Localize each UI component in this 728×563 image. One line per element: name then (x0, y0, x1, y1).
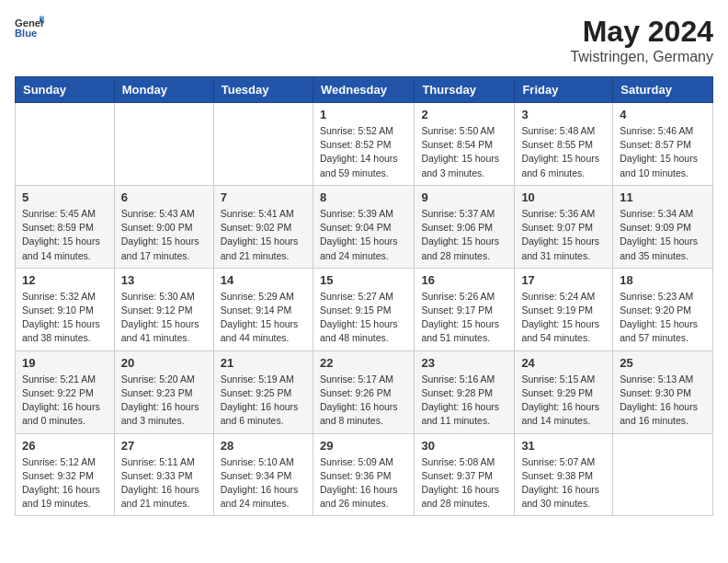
day-cell-11: 11Sunrise: 5:34 AM Sunset: 9:09 PM Dayli… (613, 185, 713, 268)
day-info: Sunrise: 5:17 AM Sunset: 9:26 PM Dayligh… (320, 373, 407, 429)
day-number: 26 (22, 439, 108, 453)
weekday-header-wednesday: Wednesday (313, 77, 414, 103)
day-info: Sunrise: 5:32 AM Sunset: 9:10 PM Dayligh… (22, 290, 108, 346)
day-number: 22 (320, 356, 407, 370)
day-cell-18: 18Sunrise: 5:23 AM Sunset: 9:20 PM Dayli… (613, 268, 713, 350)
day-number: 11 (620, 190, 706, 204)
week-row-3: 12Sunrise: 5:32 AM Sunset: 9:10 PM Dayli… (16, 268, 713, 350)
day-info: Sunrise: 5:20 AM Sunset: 9:23 PM Dayligh… (121, 373, 207, 429)
day-number: 4 (620, 108, 706, 121)
empty-cell (16, 103, 115, 186)
day-info: Sunrise: 5:09 AM Sunset: 9:36 PM Dayligh… (320, 455, 407, 511)
weekday-header-monday: Monday (114, 77, 213, 103)
day-cell-12: 12Sunrise: 5:32 AM Sunset: 9:10 PM Dayli… (16, 268, 115, 350)
day-number: 8 (320, 190, 407, 204)
day-cell-7: 7Sunrise: 5:41 AM Sunset: 9:02 PM Daylig… (213, 185, 313, 268)
day-info: Sunrise: 5:23 AM Sunset: 9:20 PM Dayligh… (620, 290, 706, 346)
day-number: 1 (320, 108, 407, 121)
day-info: Sunrise: 5:26 AM Sunset: 9:17 PM Dayligh… (421, 290, 507, 346)
day-info: Sunrise: 5:52 AM Sunset: 8:52 PM Dayligh… (320, 124, 407, 180)
day-cell-3: 3Sunrise: 5:48 AM Sunset: 8:55 PM Daylig… (515, 103, 613, 186)
day-info: Sunrise: 5:46 AM Sunset: 8:57 PM Dayligh… (620, 124, 706, 180)
logo-icon: General Blue (15, 15, 44, 40)
day-info: Sunrise: 5:30 AM Sunset: 9:12 PM Dayligh… (121, 290, 207, 346)
day-info: Sunrise: 5:13 AM Sunset: 9:30 PM Dayligh… (620, 373, 706, 429)
day-cell-31: 31Sunrise: 5:07 AM Sunset: 9:38 PM Dayli… (515, 433, 613, 516)
day-number: 19 (22, 356, 108, 370)
day-number: 6 (121, 190, 207, 204)
day-cell-21: 21Sunrise: 5:19 AM Sunset: 9:25 PM Dayli… (213, 350, 313, 433)
day-info: Sunrise: 5:16 AM Sunset: 9:28 PM Dayligh… (421, 373, 507, 429)
day-number: 2 (421, 108, 507, 121)
day-info: Sunrise: 5:34 AM Sunset: 9:09 PM Dayligh… (620, 207, 706, 263)
weekday-header-row: SundayMondayTuesdayWednesdayThursdayFrid… (16, 77, 713, 103)
empty-cell (613, 433, 713, 516)
day-info: Sunrise: 5:24 AM Sunset: 9:19 PM Dayligh… (521, 290, 606, 346)
weekday-header-sunday: Sunday (16, 77, 115, 103)
week-row-1: 1Sunrise: 5:52 AM Sunset: 8:52 PM Daylig… (16, 103, 713, 186)
day-cell-22: 22Sunrise: 5:17 AM Sunset: 9:26 PM Dayli… (313, 350, 414, 433)
day-cell-30: 30Sunrise: 5:08 AM Sunset: 9:37 PM Dayli… (415, 433, 515, 516)
day-number: 15 (320, 273, 407, 287)
day-cell-9: 9Sunrise: 5:37 AM Sunset: 9:06 PM Daylig… (415, 185, 515, 268)
day-cell-2: 2Sunrise: 5:50 AM Sunset: 8:54 PM Daylig… (415, 103, 515, 186)
day-cell-14: 14Sunrise: 5:29 AM Sunset: 9:14 PM Dayli… (213, 268, 313, 350)
day-cell-26: 26Sunrise: 5:12 AM Sunset: 9:32 PM Dayli… (16, 433, 115, 516)
month-title: May 2024 (570, 15, 713, 49)
day-info: Sunrise: 5:50 AM Sunset: 8:54 PM Dayligh… (421, 124, 507, 180)
day-number: 16 (421, 273, 507, 287)
day-number: 25 (620, 356, 706, 370)
day-number: 10 (521, 190, 606, 204)
svg-text:Blue: Blue (15, 28, 37, 39)
day-info: Sunrise: 5:41 AM Sunset: 9:02 PM Dayligh… (221, 207, 306, 263)
day-cell-19: 19Sunrise: 5:21 AM Sunset: 9:22 PM Dayli… (16, 350, 115, 433)
day-number: 20 (121, 356, 207, 370)
day-info: Sunrise: 5:08 AM Sunset: 9:37 PM Dayligh… (421, 455, 507, 511)
day-cell-8: 8Sunrise: 5:39 AM Sunset: 9:04 PM Daylig… (313, 185, 414, 268)
day-cell-5: 5Sunrise: 5:45 AM Sunset: 8:59 PM Daylig… (16, 185, 115, 268)
empty-cell (114, 103, 213, 186)
day-number: 23 (421, 356, 507, 370)
day-info: Sunrise: 5:11 AM Sunset: 9:33 PM Dayligh… (121, 455, 207, 511)
day-number: 3 (521, 108, 606, 121)
calendar-table: SundayMondayTuesdayWednesdayThursdayFrid… (15, 76, 713, 516)
weekday-header-tuesday: Tuesday (213, 77, 313, 103)
day-cell-13: 13Sunrise: 5:30 AM Sunset: 9:12 PM Dayli… (114, 268, 213, 350)
day-cell-25: 25Sunrise: 5:13 AM Sunset: 9:30 PM Dayli… (613, 350, 713, 433)
day-number: 31 (521, 439, 606, 453)
day-info: Sunrise: 5:21 AM Sunset: 9:22 PM Dayligh… (22, 373, 108, 429)
title-block: May 2024 Twistringen, Germany (570, 15, 713, 65)
day-info: Sunrise: 5:48 AM Sunset: 8:55 PM Dayligh… (521, 124, 606, 180)
day-cell-28: 28Sunrise: 5:10 AM Sunset: 9:34 PM Dayli… (213, 433, 313, 516)
day-number: 9 (421, 190, 507, 204)
day-number: 18 (620, 273, 706, 287)
day-cell-15: 15Sunrise: 5:27 AM Sunset: 9:15 PM Dayli… (313, 268, 414, 350)
day-info: Sunrise: 5:29 AM Sunset: 9:14 PM Dayligh… (221, 290, 306, 346)
day-number: 5 (22, 190, 108, 204)
day-cell-17: 17Sunrise: 5:24 AM Sunset: 9:19 PM Dayli… (515, 268, 613, 350)
day-number: 13 (121, 273, 207, 287)
location-title: Twistringen, Germany (570, 49, 713, 65)
day-info: Sunrise: 5:39 AM Sunset: 9:04 PM Dayligh… (320, 207, 407, 263)
day-cell-29: 29Sunrise: 5:09 AM Sunset: 9:36 PM Dayli… (313, 433, 414, 516)
weekday-header-saturday: Saturday (613, 77, 713, 103)
day-number: 14 (221, 273, 306, 287)
day-number: 7 (221, 190, 306, 204)
empty-cell (213, 103, 313, 186)
day-info: Sunrise: 5:07 AM Sunset: 9:38 PM Dayligh… (521, 455, 606, 511)
day-cell-6: 6Sunrise: 5:43 AM Sunset: 9:00 PM Daylig… (114, 185, 213, 268)
day-number: 27 (121, 439, 207, 453)
day-info: Sunrise: 5:12 AM Sunset: 9:32 PM Dayligh… (22, 455, 108, 511)
day-cell-23: 23Sunrise: 5:16 AM Sunset: 9:28 PM Dayli… (415, 350, 515, 433)
logo: General Blue (15, 15, 44, 40)
weekday-header-thursday: Thursday (415, 77, 515, 103)
week-row-5: 26Sunrise: 5:12 AM Sunset: 9:32 PM Dayli… (16, 433, 713, 516)
week-row-2: 5Sunrise: 5:45 AM Sunset: 8:59 PM Daylig… (16, 185, 713, 268)
day-cell-10: 10Sunrise: 5:36 AM Sunset: 9:07 PM Dayli… (515, 185, 613, 268)
day-cell-16: 16Sunrise: 5:26 AM Sunset: 9:17 PM Dayli… (415, 268, 515, 350)
day-number: 12 (22, 273, 108, 287)
day-cell-4: 4Sunrise: 5:46 AM Sunset: 8:57 PM Daylig… (613, 103, 713, 186)
day-info: Sunrise: 5:45 AM Sunset: 8:59 PM Dayligh… (22, 207, 108, 263)
page-header: General Blue May 2024 Twistringen, Germa… (15, 15, 713, 65)
day-info: Sunrise: 5:15 AM Sunset: 9:29 PM Dayligh… (521, 373, 606, 429)
